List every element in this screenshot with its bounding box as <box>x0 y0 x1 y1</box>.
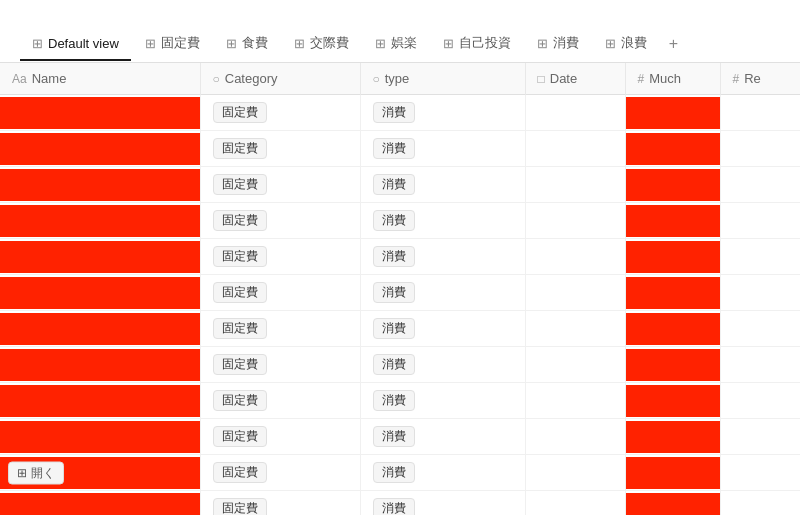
tab-icon: ⊞ <box>145 36 156 51</box>
tab-icon: ⊞ <box>605 36 616 51</box>
table-row: 固定費消費 <box>0 347 800 383</box>
cell-re-7 <box>720 311 800 347</box>
type-tag: 消費 <box>373 354 415 375</box>
col-label-type: type <box>385 71 410 86</box>
tab-self-invest[interactable]: ⊞自己投資 <box>431 26 523 62</box>
cell-re-5 <box>720 239 800 275</box>
cell-much-12 <box>625 491 720 516</box>
cell-much-5 <box>625 239 720 275</box>
cell-name-6 <box>0 275 200 311</box>
cell-category-11: 固定費 <box>200 455 360 491</box>
type-tag: 消費 <box>373 282 415 303</box>
cell-much-10 <box>625 419 720 455</box>
cell-much-8 <box>625 347 720 383</box>
category-tag: 固定費 <box>213 210 267 231</box>
cell-much-1 <box>625 95 720 131</box>
type-tag: 消費 <box>373 426 415 447</box>
category-tag: 固定費 <box>213 426 267 447</box>
cell-name-11: ⊞開く <box>0 455 200 491</box>
table-container: AaName○Category○type□Date#Much#Re 固定費消費固… <box>0 63 800 515</box>
cell-date-4 <box>525 203 625 239</box>
table-row: 固定費消費 <box>0 203 800 239</box>
cell-type-10: 消費 <box>360 419 525 455</box>
tab-label: 娯楽 <box>391 34 417 52</box>
cell-name-10 <box>0 419 200 455</box>
cell-much-7 <box>625 311 720 347</box>
cell-name-12 <box>0 491 200 516</box>
cell-date-5 <box>525 239 625 275</box>
cell-re-9 <box>720 383 800 419</box>
tab-label: 浪費 <box>621 34 647 52</box>
cell-type-8: 消費 <box>360 347 525 383</box>
cell-name-7 <box>0 311 200 347</box>
tab-entertainment[interactable]: ⊞娯楽 <box>363 26 429 62</box>
page-title <box>0 0 800 26</box>
cell-much-11 <box>625 455 720 491</box>
tab-consume[interactable]: ⊞消費 <box>525 26 591 62</box>
cell-much-4 <box>625 203 720 239</box>
table-row: 固定費消費 <box>0 491 800 516</box>
col-label-re: Re <box>744 71 761 86</box>
cell-category-2: 固定費 <box>200 131 360 167</box>
cell-date-2 <box>525 131 625 167</box>
category-tag: 固定費 <box>213 282 267 303</box>
cell-category-3: 固定費 <box>200 167 360 203</box>
cell-category-4: 固定費 <box>200 203 360 239</box>
cell-category-5: 固定費 <box>200 239 360 275</box>
cell-date-7 <box>525 311 625 347</box>
open-btn-label: 開く <box>31 464 55 481</box>
cell-type-4: 消費 <box>360 203 525 239</box>
cell-date-9 <box>525 383 625 419</box>
cell-date-8 <box>525 347 625 383</box>
cell-date-1 <box>525 95 625 131</box>
type-tag: 消費 <box>373 390 415 411</box>
category-tag: 固定費 <box>213 390 267 411</box>
col-icon-type: ○ <box>373 72 380 86</box>
col-icon-much: # <box>638 72 645 86</box>
tabs-bar: ⊞Default view⊞固定費⊞食費⊞交際費⊞娯楽⊞自己投資⊞消費⊞浪費+ <box>0 26 800 63</box>
category-tag: 固定費 <box>213 102 267 123</box>
col-icon-category: ○ <box>213 72 220 86</box>
cell-type-3: 消費 <box>360 167 525 203</box>
cell-category-10: 固定費 <box>200 419 360 455</box>
tab-social[interactable]: ⊞交際費 <box>282 26 361 62</box>
cell-re-3 <box>720 167 800 203</box>
cell-date-3 <box>525 167 625 203</box>
cell-date-11 <box>525 455 625 491</box>
table-header-row: AaName○Category○type□Date#Much#Re <box>0 63 800 95</box>
cell-re-2 <box>720 131 800 167</box>
col-icon-re: # <box>733 72 740 86</box>
type-tag: 消費 <box>373 246 415 267</box>
col-label-much: Much <box>649 71 681 86</box>
category-tag: 固定費 <box>213 174 267 195</box>
col-header-type[interactable]: ○type <box>360 63 525 95</box>
cell-category-8: 固定費 <box>200 347 360 383</box>
cell-much-3 <box>625 167 720 203</box>
cell-re-6 <box>720 275 800 311</box>
type-tag: 消費 <box>373 462 415 483</box>
table-body: 固定費消費固定費消費固定費消費固定費消費固定費消費固定費消費固定費消費固定費消費… <box>0 95 800 516</box>
col-header-much[interactable]: #Much <box>625 63 720 95</box>
table-row: ⊞開く固定費消費 <box>0 455 800 491</box>
col-header-name[interactable]: AaName <box>0 63 200 95</box>
tab-label: 交際費 <box>310 34 349 52</box>
cell-name-5 <box>0 239 200 275</box>
category-tag: 固定費 <box>213 462 267 483</box>
cell-re-4 <box>720 203 800 239</box>
table-row: 固定費消費 <box>0 95 800 131</box>
col-icon-name: Aa <box>12 72 27 86</box>
tab-waste[interactable]: ⊞浪費 <box>593 26 659 62</box>
col-label-name: Name <box>32 71 67 86</box>
tab-default-view[interactable]: ⊞Default view <box>20 28 131 61</box>
col-header-date[interactable]: □Date <box>525 63 625 95</box>
tab-food[interactable]: ⊞食費 <box>214 26 280 62</box>
table-row: 固定費消費 <box>0 419 800 455</box>
col-header-category[interactable]: ○Category <box>200 63 360 95</box>
open-button[interactable]: ⊞開く <box>8 461 64 484</box>
type-tag: 消費 <box>373 498 415 515</box>
add-tab-button[interactable]: + <box>661 27 686 61</box>
table-row: 固定費消費 <box>0 131 800 167</box>
col-header-re[interactable]: #Re <box>720 63 800 95</box>
tab-fixed-costs[interactable]: ⊞固定費 <box>133 26 212 62</box>
cell-type-9: 消費 <box>360 383 525 419</box>
